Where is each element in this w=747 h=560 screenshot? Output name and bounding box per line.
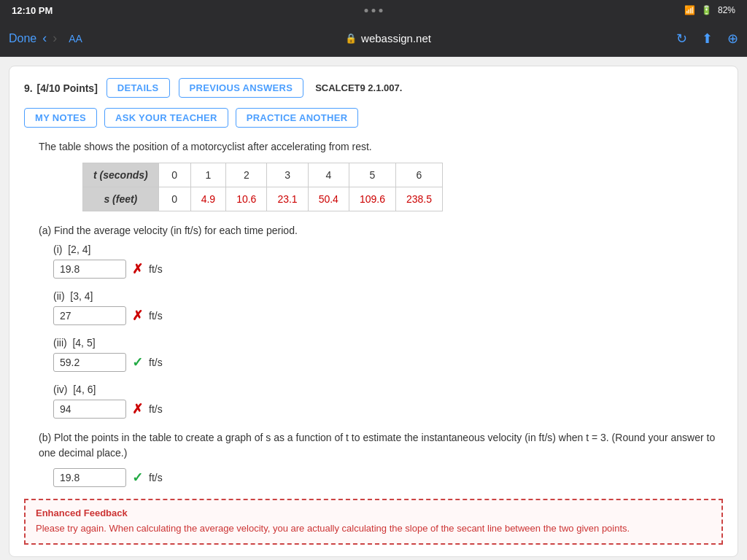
lock-icon: 🔒: [345, 33, 357, 44]
unit-ii: ft/s: [149, 310, 163, 322]
back-button[interactable]: ‹: [42, 31, 47, 46]
more-icon[interactable]: ⊕: [727, 31, 738, 47]
question-card: 9. [4/10 Points] DETAILS PREVIOUS ANSWER…: [9, 66, 738, 557]
table-s-1: 4.9: [190, 187, 225, 211]
table-header-s: s (feet): [83, 187, 159, 211]
dot-3: [379, 9, 383, 12]
subpart-iii-label: (iii) [4, 5]: [53, 337, 723, 349]
table-t-6: 6: [395, 163, 442, 187]
answer-row-b: ✓ ft/s: [53, 468, 723, 487]
answer-row-iv: ✗ ft/s: [53, 400, 723, 419]
problem-text: The table shows the position of a motorc…: [39, 141, 723, 152]
answer-input-i[interactable]: [53, 260, 126, 279]
battery-icon: 🔋: [701, 5, 712, 15]
table-header-row: t (seconds) 0 1 2 3 4 5 6: [83, 163, 443, 187]
aa-button[interactable]: AA: [69, 33, 82, 44]
battery-percent: 82%: [718, 5, 735, 15]
data-table: t (seconds) 0 1 2 3 4 5 6 s (feet) 0 4.9…: [82, 163, 443, 211]
forward-button[interactable]: ›: [53, 31, 57, 46]
table-t-2: 2: [226, 163, 267, 187]
feedback-title: Enhanced Feedback: [36, 508, 711, 518]
question-code: SCALCET9 2.1.007.: [315, 82, 402, 93]
table-t-4: 4: [308, 163, 349, 187]
status-right: 📶 🔋 82%: [684, 5, 735, 15]
practice-another-button[interactable]: PRACTICE ANOTHER: [236, 108, 359, 128]
table-t-1: 1: [190, 163, 225, 187]
wrong-icon-ii: ✗: [132, 308, 143, 324]
unit-iv: ft/s: [149, 403, 163, 415]
table-s-0: 0: [158, 187, 190, 211]
refresh-icon[interactable]: ↻: [676, 31, 687, 47]
done-button[interactable]: Done: [9, 32, 36, 45]
part-b-text: (b) Plot the points in the table to crea…: [39, 430, 723, 461]
browser-actions: ↻ ⬆ ⊕: [651, 31, 738, 47]
browser-nav: Done ‹ › AA: [9, 31, 125, 46]
correct-icon-b: ✓: [132, 470, 143, 486]
answer-row-ii: ✗ ft/s: [53, 306, 723, 325]
url-bar: 🔒 webassign.net: [125, 32, 651, 44]
subpart-i-label: (i) [2, 4]: [53, 244, 723, 255]
enhanced-feedback: Enhanced Feedback Please try again. When…: [24, 499, 723, 545]
previous-answers-button[interactable]: PREVIOUS ANSWERS: [179, 78, 304, 98]
table-s-4: 50.4: [308, 187, 349, 211]
part-a-label: (a) Find the average velocity (in ft/s) …: [39, 225, 723, 236]
question-header: 9. [4/10 Points] DETAILS PREVIOUS ANSWER…: [24, 78, 723, 98]
feedback-text: Please try again. When calculating the a…: [36, 521, 711, 536]
main-content: 9. [4/10 Points] DETAILS PREVIOUS ANSWER…: [0, 57, 747, 560]
wrong-icon-i: ✗: [132, 261, 143, 277]
table-s-5: 109.6: [349, 187, 395, 211]
table-s-2: 10.6: [226, 187, 267, 211]
dot-1: [365, 9, 368, 12]
answer-input-iii[interactable]: [53, 353, 126, 372]
subpart-ii: (ii) [3, 4] ✗ ft/s: [53, 290, 723, 325]
subpart-ii-label: (ii) [3, 4]: [53, 290, 723, 302]
correct-icon-iii: ✓: [132, 354, 143, 370]
table-t-3: 3: [267, 163, 308, 187]
url-text: webassign.net: [361, 32, 431, 44]
share-icon[interactable]: ⬆: [702, 31, 713, 47]
table-s-6: 238.5: [395, 187, 442, 211]
unit-i: ft/s: [149, 263, 163, 275]
answer-input-iv[interactable]: [53, 400, 126, 419]
my-notes-button[interactable]: MY NOTES: [24, 108, 97, 128]
wrong-icon-iv: ✗: [132, 401, 143, 417]
answer-input-ii[interactable]: [53, 306, 126, 325]
unit-b: ft/s: [149, 472, 163, 483]
wifi-icon: 📶: [684, 5, 695, 15]
subpart-i: (i) [2, 4] ✗ ft/s: [53, 244, 723, 279]
browser-bar: Done ‹ › AA 🔒 webassign.net ↻ ⬆ ⊕: [0, 20, 747, 57]
answer-row-iii: ✓ ft/s: [53, 353, 723, 372]
action-buttons: MY NOTES ASK YOUR TEACHER PRACTICE ANOTH…: [24, 108, 723, 128]
answer-input-b[interactable]: [53, 468, 126, 487]
status-bar: 12:10 PM 📶 🔋 82%: [0, 0, 747, 20]
unit-iii: ft/s: [149, 357, 163, 368]
table-t-0: 0: [158, 163, 190, 187]
subpart-iv-label: (iv) [4, 6]: [53, 384, 723, 395]
dot-2: [372, 9, 376, 12]
table-t-5: 5: [349, 163, 395, 187]
subpart-iii: (iii) [4, 5] ✓ ft/s: [53, 337, 723, 372]
status-time: 12:10 PM: [12, 5, 53, 16]
question-number: 9. [4/10 Points]: [24, 82, 98, 94]
subpart-b: ✓ ft/s: [53, 468, 723, 487]
details-button[interactable]: DETAILS: [107, 78, 170, 98]
table-data-row: s (feet) 0 4.9 10.6 23.1 50.4 109.6 238.…: [83, 187, 443, 211]
subpart-iv: (iv) [4, 6] ✗ ft/s: [53, 384, 723, 419]
table-header-t: t (seconds): [83, 163, 159, 187]
table-s-3: 23.1: [267, 187, 308, 211]
answer-row-i: ✗ ft/s: [53, 260, 723, 279]
ask-teacher-button[interactable]: ASK YOUR TEACHER: [104, 108, 228, 128]
status-dots: [365, 9, 383, 12]
